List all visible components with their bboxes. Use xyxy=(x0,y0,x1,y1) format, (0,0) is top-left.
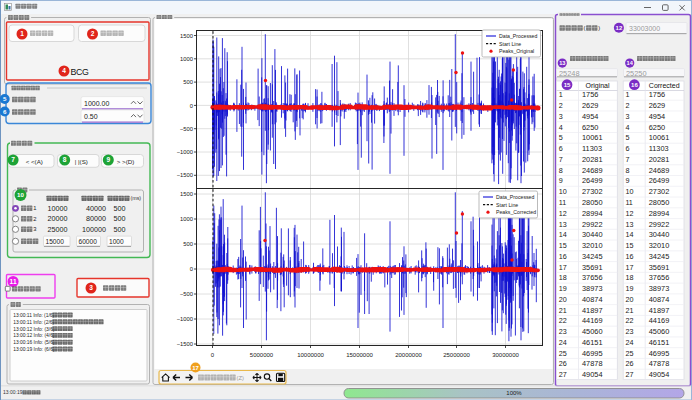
svg-text:44169: 44169 xyxy=(582,316,603,325)
svg-text:−1500: −1500 xyxy=(177,172,193,178)
svg-text:40874: 40874 xyxy=(582,295,603,304)
svg-text:13:00:11 Info: (2/6): 13:00:11 Info: (2/6) xyxy=(13,320,54,325)
svg-text:8: 8 xyxy=(63,156,67,163)
svg-text:20281: 20281 xyxy=(649,155,670,164)
svg-text:6250: 6250 xyxy=(649,123,665,132)
svg-text:49054: 49054 xyxy=(582,370,603,379)
svg-text:Start Line: Start Line xyxy=(499,41,521,47)
svg-text:5: 5 xyxy=(3,95,7,102)
svg-text:100%: 100% xyxy=(506,390,522,396)
svg-text:4954: 4954 xyxy=(649,112,665,121)
svg-text:500: 500 xyxy=(183,241,193,247)
svg-text:7: 7 xyxy=(11,156,15,163)
svg-text:15000: 15000 xyxy=(46,238,65,245)
svg-text:0.50: 0.50 xyxy=(84,113,98,120)
svg-text:26: 26 xyxy=(625,359,633,368)
svg-text:4: 4 xyxy=(625,123,629,132)
svg-text:500: 500 xyxy=(183,79,193,85)
svg-text:23: 23 xyxy=(559,327,567,336)
svg-text:10: 10 xyxy=(17,191,24,198)
svg-text:29922: 29922 xyxy=(582,220,603,229)
svg-text:45060: 45060 xyxy=(582,327,603,336)
svg-text:−500: −500 xyxy=(180,126,193,132)
svg-text:13:00:12 Info: (4/6): 13:00:12 Info: (4/6) xyxy=(13,333,55,338)
svg-text:(Z): (Z) xyxy=(237,375,244,381)
svg-text:5: 5 xyxy=(559,133,563,142)
svg-text:6: 6 xyxy=(625,144,629,153)
svg-text:12: 12 xyxy=(559,209,567,218)
svg-text:11: 11 xyxy=(625,198,632,207)
svg-text:47878: 47878 xyxy=(649,359,670,368)
svg-text:19: 19 xyxy=(625,284,633,293)
svg-text:40000: 40000 xyxy=(86,204,106,213)
svg-text:2: 2 xyxy=(559,101,563,110)
svg-text:10061: 10061 xyxy=(649,133,670,142)
svg-text:2: 2 xyxy=(91,30,95,37)
svg-text:23: 23 xyxy=(625,327,633,336)
svg-text:): ) xyxy=(598,25,600,31)
svg-text:6: 6 xyxy=(559,144,563,153)
svg-text:20: 20 xyxy=(625,295,633,304)
svg-text:2629: 2629 xyxy=(582,101,598,110)
svg-text:24689: 24689 xyxy=(582,166,603,175)
svg-text:27: 27 xyxy=(625,370,633,379)
svg-text:26499: 26499 xyxy=(582,176,603,185)
svg-text:1500: 1500 xyxy=(180,191,193,197)
svg-text:3: 3 xyxy=(625,112,629,121)
svg-text:1756: 1756 xyxy=(649,90,665,99)
svg-text:4: 4 xyxy=(559,123,563,132)
svg-text:25250: 25250 xyxy=(626,69,647,78)
svg-text:28050: 28050 xyxy=(649,198,670,207)
svg-text:33003000: 33003000 xyxy=(629,25,660,32)
svg-text:18: 18 xyxy=(625,273,633,282)
svg-text:24: 24 xyxy=(625,338,633,347)
svg-text:> >(D): > >(D) xyxy=(117,158,135,165)
svg-text:10: 10 xyxy=(625,187,633,196)
svg-text:13:00:16 Info: (5/6): 13:00:16 Info: (5/6) xyxy=(13,340,55,345)
svg-text:21: 21 xyxy=(625,306,633,315)
svg-text:8: 8 xyxy=(559,166,563,175)
svg-text:9: 9 xyxy=(625,176,629,185)
svg-text:Corrected: Corrected xyxy=(649,82,680,89)
svg-text:46151: 46151 xyxy=(649,338,670,347)
svg-text:5000000: 5000000 xyxy=(250,352,274,358)
svg-text:27: 27 xyxy=(559,370,567,379)
svg-text:41897: 41897 xyxy=(649,306,670,315)
svg-text:0: 0 xyxy=(190,103,193,109)
svg-text:16: 16 xyxy=(625,252,633,261)
svg-text:46995: 46995 xyxy=(582,349,603,358)
svg-text:28994: 28994 xyxy=(582,209,603,218)
svg-text:9: 9 xyxy=(559,176,563,185)
svg-text:20: 20 xyxy=(559,295,567,304)
svg-text:10061: 10061 xyxy=(582,133,603,142)
svg-text:38973: 38973 xyxy=(649,284,670,293)
svg-text:−1000: −1000 xyxy=(177,316,193,322)
svg-text:49054: 49054 xyxy=(649,370,670,379)
svg-text:46995: 46995 xyxy=(649,349,670,358)
svg-text:Original: Original xyxy=(585,82,610,90)
svg-text:30000000: 30000000 xyxy=(492,352,519,358)
svg-text:27302: 27302 xyxy=(649,187,670,196)
svg-text:1000.00: 1000.00 xyxy=(84,100,109,107)
svg-text:10000: 10000 xyxy=(48,204,68,213)
svg-text:8: 8 xyxy=(625,166,629,175)
svg-text:12: 12 xyxy=(616,25,623,31)
svg-text:3: 3 xyxy=(89,284,93,291)
svg-text:7: 7 xyxy=(625,155,629,164)
svg-text:4: 4 xyxy=(62,67,66,74)
svg-text:500: 500 xyxy=(114,225,126,234)
svg-text:24689: 24689 xyxy=(649,166,670,175)
svg-text:14: 14 xyxy=(625,230,633,239)
svg-text:Peaks_Corrected: Peaks_Corrected xyxy=(496,209,536,215)
svg-text:Start Line: Start Line xyxy=(496,202,518,208)
svg-text:46151: 46151 xyxy=(582,338,603,347)
svg-text:13: 13 xyxy=(559,60,565,66)
svg-text:13:00:19: 13:00:19 xyxy=(3,389,23,395)
svg-text:20000000: 20000000 xyxy=(395,352,422,358)
svg-text:Peaks_Original: Peaks_Original xyxy=(499,48,534,54)
svg-text:26499: 26499 xyxy=(649,176,670,185)
svg-text:2: 2 xyxy=(625,101,629,110)
svg-text:17: 17 xyxy=(192,365,199,371)
svg-text:38973: 38973 xyxy=(582,284,603,293)
svg-text:500: 500 xyxy=(114,204,126,213)
